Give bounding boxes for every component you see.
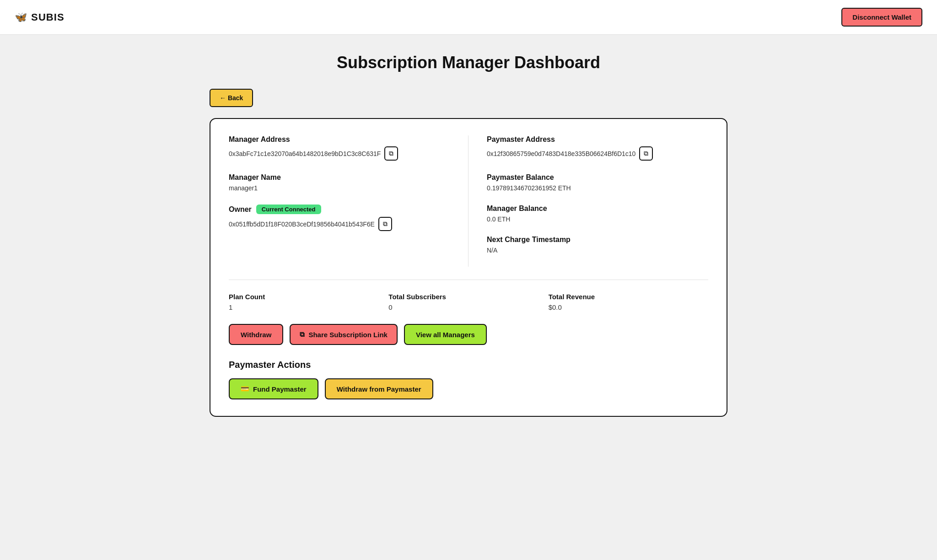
dashboard-card: Manager Address 0x3abFc71c1e32070a64b148…: [210, 118, 727, 417]
owner-label: Owner Current Connected: [229, 205, 450, 214]
plan-count-label: Plan Count: [229, 293, 379, 301]
copy-paymaster-address-button[interactable]: ⧉: [639, 146, 653, 161]
copy-manager-address-button[interactable]: ⧉: [384, 146, 398, 161]
current-connected-badge: Current Connected: [256, 205, 321, 214]
fund-paymaster-button[interactable]: 💳 Fund Paymaster: [229, 378, 318, 399]
paymaster-balance-field: Paymaster Balance 0.197891346702361952 E…: [487, 173, 708, 192]
paymaster-balance-label: Paymaster Balance: [487, 173, 708, 182]
total-revenue-label: Total Revenue: [549, 293, 699, 301]
manager-name-field: Manager Name manager1: [229, 173, 450, 192]
next-charge-value: N/A: [487, 247, 708, 254]
share-icon: ⧉: [300, 330, 305, 339]
section-divider: [229, 280, 708, 280]
share-subscription-link-button[interactable]: ⧉ Share Subscription Link: [290, 324, 398, 345]
plan-count-stat: Plan Count 1: [229, 293, 388, 311]
owner-field: Owner Current Connected 0x051ffb5dD1f18F…: [229, 205, 450, 231]
paymaster-actions-row: 💳 Fund Paymaster Withdraw from Paymaster: [229, 378, 708, 399]
logo-icon: 🦋: [15, 11, 27, 23]
app-logo: 🦋 SUBIS: [15, 11, 65, 23]
next-charge-field: Next Charge Timestamp N/A: [487, 236, 708, 254]
manager-balance-value: 0.0 ETH: [487, 215, 708, 223]
plan-count-value: 1: [229, 303, 379, 311]
total-subscribers-stat: Total Subscribers 0: [388, 293, 548, 311]
manager-balance-field: Manager Balance 0.0 ETH: [487, 205, 708, 223]
copy-icon-3: ⧉: [644, 150, 648, 157]
copy-icon-2: ⧉: [383, 220, 388, 228]
manager-address-value: 0x3abFc71c1e32070a64b1482018e9bD1C3c8C63…: [229, 146, 450, 161]
fund-icon: 💳: [241, 385, 249, 393]
logo-text: SUBIS: [31, 11, 65, 23]
withdraw-from-paymaster-button[interactable]: Withdraw from Paymaster: [325, 378, 433, 399]
manager-name-value: manager1: [229, 184, 450, 192]
page-title: Subscription Manager Dashboard: [210, 53, 727, 72]
paymaster-balance-value: 0.197891346702361952 ETH: [487, 184, 708, 192]
paymaster-address-label: Paymaster Address: [487, 135, 708, 144]
copy-owner-address-button[interactable]: ⧉: [378, 217, 392, 231]
left-column: Manager Address 0x3abFc71c1e32070a64b148…: [229, 135, 468, 267]
paymaster-actions-title: Paymaster Actions: [229, 360, 708, 370]
paymaster-address-field: Paymaster Address 0x12f30865759e0d7483D4…: [487, 135, 708, 161]
main-content: Subscription Manager Dashboard ← Back Ma…: [199, 35, 738, 435]
manager-balance-label: Manager Balance: [487, 205, 708, 213]
total-subscribers-value: 0: [388, 303, 539, 311]
manager-name-label: Manager Name: [229, 173, 450, 182]
app-header: 🦋 SUBIS Disconnect Wallet: [0, 0, 937, 35]
back-button[interactable]: ← Back: [210, 89, 253, 107]
paymaster-address-value: 0x12f30865759e0d7483D418e335B06624Bf6D1c…: [487, 146, 708, 161]
disconnect-wallet-button[interactable]: Disconnect Wallet: [841, 8, 922, 27]
manager-address-label: Manager Address: [229, 135, 450, 144]
right-column: Paymaster Address 0x12f30865759e0d7483D4…: [468, 135, 708, 267]
info-grid: Manager Address 0x3abFc71c1e32070a64b148…: [229, 135, 708, 267]
copy-icon: ⧉: [389, 150, 393, 157]
withdraw-button[interactable]: Withdraw: [229, 324, 283, 345]
actions-row: Withdraw ⧉ Share Subscription Link View …: [229, 324, 708, 345]
stats-row: Plan Count 1 Total Subscribers 0 Total R…: [229, 293, 708, 311]
manager-address-field: Manager Address 0x3abFc71c1e32070a64b148…: [229, 135, 450, 161]
view-all-managers-button[interactable]: View all Managers: [404, 324, 487, 345]
owner-address-value: 0x051ffb5dD1f18F020B3ceDf19856b4041b543F…: [229, 217, 450, 231]
next-charge-label: Next Charge Timestamp: [487, 236, 708, 244]
total-revenue-value: $0.0: [549, 303, 699, 311]
total-subscribers-label: Total Subscribers: [388, 293, 539, 301]
total-revenue-stat: Total Revenue $0.0: [549, 293, 708, 311]
